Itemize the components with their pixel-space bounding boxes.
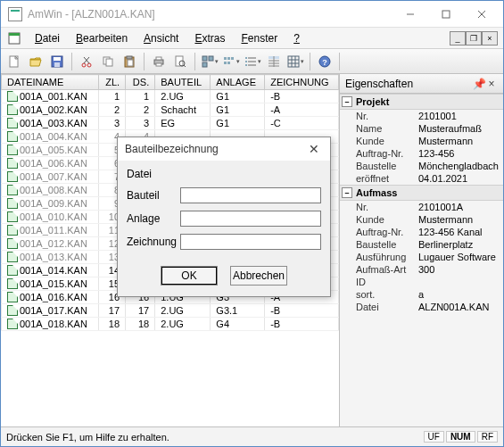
view-large-icon[interactable]: ▾ xyxy=(200,52,219,71)
help-icon[interactable]: ? xyxy=(315,52,335,71)
zeichnung-label: Zeichnung xyxy=(127,236,180,248)
property-row[interactable]: Nr.2101001 xyxy=(340,110,503,122)
property-group[interactable]: –Aufmass xyxy=(340,185,503,201)
bauteil-label: Bauteil xyxy=(127,189,180,202)
property-row[interactable]: Aufmaß-Art300 xyxy=(340,263,503,276)
view-small-icon[interactable]: ▾ xyxy=(221,52,241,71)
view-details-icon[interactable] xyxy=(264,52,284,71)
bauteil-input[interactable] xyxy=(180,187,321,203)
property-row[interactable]: eröffnet04.01.2021 xyxy=(340,172,503,185)
dialog-title: Bauteilbezeichnung xyxy=(125,143,219,155)
property-row[interactable]: Auftrag-Nr.123-456 xyxy=(340,147,503,160)
pin-icon[interactable]: 📌 xyxy=(473,78,485,90)
table-row[interactable]: 001A_018.KAN18182.UGG4-B xyxy=(2,318,339,331)
cancel-button[interactable]: Abbrechen xyxy=(230,266,287,286)
mdi-app-icon[interactable] xyxy=(6,30,22,46)
anlage-input[interactable] xyxy=(180,211,321,227)
svg-rect-37 xyxy=(245,64,247,66)
status-rf: RF xyxy=(477,431,498,443)
zeichnung-input[interactable] xyxy=(180,234,321,250)
file-icon xyxy=(7,145,18,155)
col-dateiname[interactable]: DATEINAME xyxy=(2,75,99,90)
file-icon xyxy=(7,131,18,142)
titlebar: AmWin - [ALZN001A.KAN] xyxy=(1,1,503,28)
file-icon xyxy=(7,319,18,329)
property-row[interactable]: DateiALZN001A.KAN xyxy=(340,301,503,313)
window-title: AmWin - [ALZN001A.KAN] xyxy=(28,8,392,21)
minimize-button[interactable] xyxy=(392,2,428,27)
save-icon[interactable] xyxy=(47,52,67,71)
property-row[interactable]: Nr.2101001A xyxy=(340,201,503,213)
col-bauteil[interactable]: BAUTEIL xyxy=(155,75,211,90)
status-hint: Drücken Sie F1, um Hilfe zu erhalten. xyxy=(6,432,169,443)
print-preview-icon[interactable] xyxy=(170,52,190,71)
property-row[interactable]: sort.a xyxy=(340,288,503,301)
mdi-minimize-button[interactable]: _ xyxy=(450,31,466,46)
close-button[interactable] xyxy=(464,2,500,27)
file-icon xyxy=(7,91,18,102)
svg-rect-26 xyxy=(209,56,213,61)
table-row[interactable]: 001A_017.KAN17172.UGG3.1-B xyxy=(2,304,339,318)
svg-rect-5 xyxy=(9,33,20,36)
svg-rect-25 xyxy=(202,56,207,61)
statusbar: Drücken Sie F1, um Hilfe zu erhalten. UF… xyxy=(1,426,503,446)
collapse-icon[interactable]: – xyxy=(342,187,352,198)
svg-rect-15 xyxy=(106,59,112,66)
copy-icon[interactable] xyxy=(98,52,118,71)
svg-rect-33 xyxy=(245,57,247,59)
svg-rect-28 xyxy=(224,57,227,60)
file-icon xyxy=(7,305,18,316)
table-row[interactable]: 001A_002.KAN22SchachtG1-A xyxy=(2,103,339,117)
properties-close-icon[interactable]: × xyxy=(485,78,498,90)
menu-datei[interactable]: Datei xyxy=(28,30,67,46)
mdi-restore-button[interactable]: ❐ xyxy=(466,31,482,46)
collapse-icon[interactable]: – xyxy=(342,96,352,107)
property-row[interactable]: KundeMustermann xyxy=(340,213,503,226)
menu-fenster[interactable]: Fenster xyxy=(235,30,285,46)
property-row[interactable]: KundeMustermann xyxy=(340,135,503,147)
property-row[interactable]: BaustelleBerlinerplatz xyxy=(340,238,503,251)
menu-help[interactable]: ? xyxy=(286,30,307,46)
mdi-close-button[interactable]: × xyxy=(482,31,498,46)
menu-ansicht[interactable]: Ansicht xyxy=(136,30,186,46)
view-list-icon[interactable]: ▾ xyxy=(243,52,262,71)
ok-button[interactable]: OK xyxy=(161,266,218,286)
maximize-button[interactable] xyxy=(428,2,464,27)
file-icon xyxy=(7,185,18,195)
cut-icon[interactable] xyxy=(77,52,96,71)
property-row[interactable]: BaustelleMönchengladbach xyxy=(340,160,503,172)
file-icon xyxy=(7,198,18,209)
file-icon xyxy=(7,278,18,289)
open-icon[interactable] xyxy=(26,52,45,71)
property-row[interactable]: NameMusteraufmaß xyxy=(340,122,503,135)
property-row[interactable]: AusführungLugauer Software xyxy=(340,251,503,263)
anlage-label: Anlage xyxy=(127,212,180,225)
svg-rect-32 xyxy=(227,62,230,64)
table-row[interactable]: 001A_001.KAN112.UGG1-B xyxy=(2,90,339,103)
svg-line-24 xyxy=(184,65,186,67)
new-icon[interactable] xyxy=(4,52,24,71)
col-ds[interactable]: DS. xyxy=(126,75,155,90)
col-zl[interactable]: ZL. xyxy=(98,75,126,90)
menu-bearbeiten[interactable]: Bearbeiten xyxy=(69,30,135,46)
col-zeichnung[interactable]: ZEICHNUNG xyxy=(265,75,339,90)
menubar: Datei Bearbeiten Ansicht Extras Fenster … xyxy=(1,28,503,49)
svg-rect-21 xyxy=(156,63,161,66)
properties-header: Eigenschaften 📌 × xyxy=(340,74,503,94)
file-icon xyxy=(7,171,18,182)
svg-rect-27 xyxy=(202,62,207,67)
property-group[interactable]: –Projekt xyxy=(340,94,503,110)
svg-rect-31 xyxy=(224,62,227,64)
col-anlage[interactable]: ANLAGE xyxy=(211,75,265,90)
svg-point-11 xyxy=(87,63,91,67)
file-icon xyxy=(7,104,18,115)
property-row[interactable]: ID xyxy=(340,276,503,288)
svg-rect-9 xyxy=(54,62,60,67)
menu-extras[interactable]: Extras xyxy=(187,30,232,46)
view-grid-icon[interactable]: ▾ xyxy=(285,52,305,71)
paste-icon[interactable] xyxy=(120,52,139,71)
print-icon[interactable] xyxy=(149,52,169,71)
dialog-close-icon[interactable]: ✕ xyxy=(305,142,323,156)
property-row[interactable]: Auftrag-Nr.123-456 Kanal xyxy=(340,226,503,238)
table-row[interactable]: 001A_003.KAN33EGG1-C xyxy=(2,117,339,130)
